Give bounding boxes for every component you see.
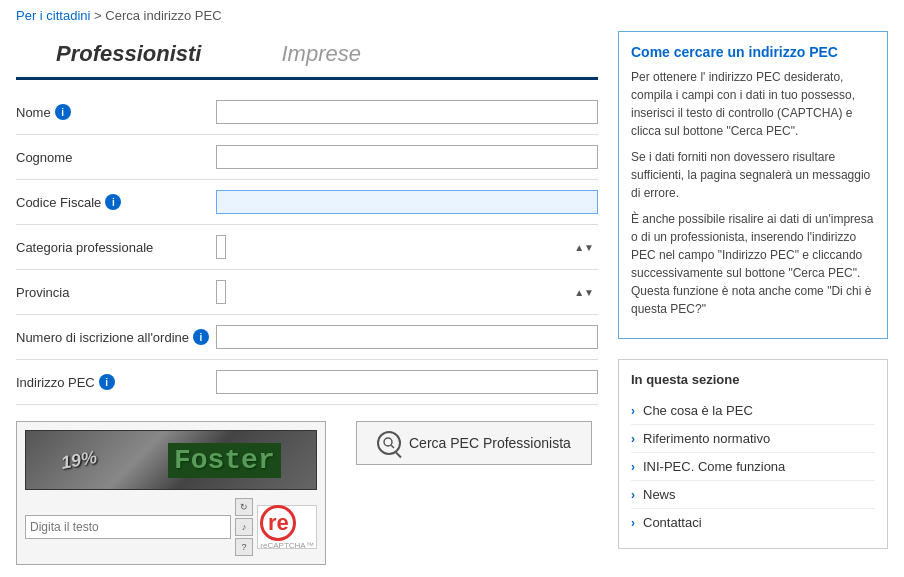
input-numero-iscrizione[interactable] (216, 325, 598, 349)
form-row-indirizzo-pec: Indirizzo PEC i (16, 370, 598, 405)
breadcrumb: Per i cittadini > Cerca indirizzo PEC (0, 0, 904, 31)
label-codice-fiscale: Codice Fiscale i (16, 194, 216, 210)
info-box-title: Come cercare un indirizzo PEC (631, 44, 875, 60)
form-row-provincia: Provincia ▲▼ (16, 280, 598, 315)
tab-professionisti[interactable]: Professionisti (16, 31, 241, 80)
input-indirizzo-pec[interactable] (216, 370, 598, 394)
info-para-3: È anche possibile risalire ai dati di un… (631, 210, 875, 318)
select-provincia[interactable] (216, 280, 226, 304)
section-item-contattaci[interactable]: › Contattaci (631, 509, 875, 536)
section-item-label: News (643, 487, 676, 502)
breadcrumb-current: Cerca indirizzo PEC (105, 8, 221, 23)
section-item-cosa-pec[interactable]: › Che cosa è la PEC (631, 397, 875, 425)
left-panel: Professionisti Imprese Nome i Cognome (16, 31, 618, 565)
recaptcha-label: reCAPTCHA™ (260, 541, 313, 550)
info-icon-numero-iscrizione[interactable]: i (193, 329, 209, 345)
captcha-box: 19% Foster ↻ ♪ ? re reCAPTCHA™ (16, 421, 326, 565)
captcha-controls: ↻ ♪ ? re reCAPTCHA™ (25, 498, 317, 556)
label-provincia: Provincia (16, 285, 216, 300)
chevron-icon: › (631, 460, 635, 474)
form-row-cognome: Cognome (16, 145, 598, 180)
select-wrapper-categoria: ▲▼ (216, 235, 598, 259)
info-icon-codice-fiscale[interactable]: i (105, 194, 121, 210)
captcha-icon-group: ↻ ♪ ? (235, 498, 253, 556)
chevron-icon: › (631, 488, 635, 502)
tabs: Professionisti Imprese (16, 31, 598, 80)
input-nome[interactable] (216, 100, 598, 124)
info-icon-indirizzo-pec[interactable]: i (99, 374, 115, 390)
label-nome: Nome i (16, 104, 216, 120)
captcha-image: 19% Foster (25, 430, 317, 490)
search-button-label: Cerca PEC Professionista (409, 435, 571, 451)
tab-imprese[interactable]: Imprese (241, 31, 400, 77)
section-item-label: Che cosa è la PEC (643, 403, 753, 418)
form-row-categoria: Categoria professionale ▲▼ (16, 235, 598, 270)
select-arrow-provincia: ▲▼ (574, 287, 594, 298)
search-form: Nome i Cognome Codice Fiscale i (16, 100, 598, 405)
captcha-word: Foster (168, 443, 281, 478)
breadcrumb-parent[interactable]: Per i cittadini (16, 8, 90, 23)
captcha-input[interactable] (25, 515, 231, 539)
section-item-label: INI-PEC. Come funziona (643, 459, 785, 474)
label-categoria: Categoria professionale (16, 240, 216, 255)
label-cognome: Cognome (16, 150, 216, 165)
info-para-2: Se i dati forniti non dovessero risultar… (631, 148, 875, 202)
input-cognome[interactable] (216, 145, 598, 169)
section-item-label: Riferimento normativo (643, 431, 770, 446)
search-button[interactable]: Cerca PEC Professionista (356, 421, 592, 465)
svg-line-1 (391, 445, 394, 448)
info-box: Come cercare un indirizzo PEC Per ottene… (618, 31, 888, 339)
recaptcha-icon: re (260, 505, 296, 541)
section-item-ini-pec[interactable]: › INI-PEC. Come funziona (631, 453, 875, 481)
section-title: In questa sezione (631, 372, 875, 387)
captcha-num: 19% (60, 447, 99, 474)
label-numero-iscrizione: Numero di iscrizione all'ordine i (16, 329, 216, 345)
section-item-news[interactable]: › News (631, 481, 875, 509)
captcha-help-icon[interactable]: ? (235, 538, 253, 556)
section-item-label: Contattaci (643, 515, 702, 530)
captcha-search-row: 19% Foster ↻ ♪ ? re reCAPTCHA™ (16, 421, 598, 565)
chevron-icon: › (631, 404, 635, 418)
select-arrow-categoria: ▲▼ (574, 242, 594, 253)
info-icon-nome[interactable]: i (55, 104, 71, 120)
chevron-icon: › (631, 516, 635, 530)
select-categoria[interactable] (216, 235, 226, 259)
search-icon (377, 431, 401, 455)
section-box: In questa sezione › Che cosa è la PEC › … (618, 359, 888, 549)
form-row-nome: Nome i (16, 100, 598, 135)
input-codice-fiscale[interactable] (216, 190, 598, 214)
form-row-codice-fiscale: Codice Fiscale i (16, 190, 598, 225)
info-para-1: Per ottenere l' indirizzo PEC desiderato… (631, 68, 875, 140)
section-item-riferimento-normativo[interactable]: › Riferimento normativo (631, 425, 875, 453)
select-wrapper-provincia: ▲▼ (216, 280, 598, 304)
info-box-text: Per ottenere l' indirizzo PEC desiderato… (631, 68, 875, 318)
breadcrumb-separator: > (94, 8, 105, 23)
captcha-audio-icon[interactable]: ♪ (235, 518, 253, 536)
captcha-refresh-icon[interactable]: ↻ (235, 498, 253, 516)
svg-point-0 (384, 438, 392, 446)
label-indirizzo-pec: Indirizzo PEC i (16, 374, 216, 390)
form-row-numero-iscrizione: Numero di iscrizione all'ordine i (16, 325, 598, 360)
chevron-icon: › (631, 432, 635, 446)
right-panel: Come cercare un indirizzo PEC Per ottene… (618, 31, 888, 565)
recaptcha-logo: re reCAPTCHA™ (257, 505, 317, 549)
